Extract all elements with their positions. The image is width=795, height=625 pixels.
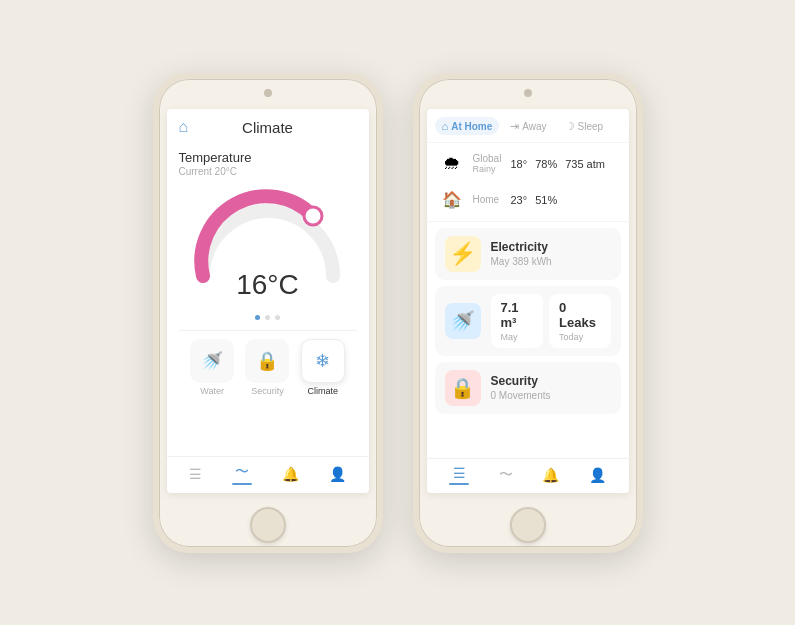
water-card-icon: 🚿 — [450, 309, 475, 333]
right-notifications-icon[interactable]: 🔔 — [542, 467, 559, 483]
away-mode-label: Away — [522, 121, 546, 132]
left-title: Climate — [242, 119, 293, 136]
global-weather-row: 🌧 Global Rainy 18° 78% 735 atm — [437, 149, 619, 179]
global-label: Global — [473, 153, 503, 164]
temp-sublabel: Current 20°C — [179, 166, 357, 177]
weather-section: 🌧 Global Rainy 18° 78% 735 atm — [427, 143, 629, 222]
home-button-right[interactable] — [510, 507, 546, 543]
home-mode-label: At Home — [451, 121, 492, 132]
security-icon: 🔒 — [256, 350, 278, 372]
right-nav-underline — [449, 483, 469, 485]
climate-icon-box: ❄ — [301, 339, 345, 383]
dot-3 — [275, 315, 280, 320]
left-nav-bar: ☰ 〜 🔔 👤 — [167, 456, 369, 493]
home-mode-icon: ⌂ — [442, 120, 449, 132]
right-nav-bar: ☰ 〜 🔔 👤 — [427, 458, 629, 493]
right-header: ⌂ At Home ⇥ Away ☽ Sleep — [427, 109, 629, 143]
home-weather-info: Home 23° 51% — [473, 194, 619, 206]
sub-card-volume: 7.1 m³ May — [491, 294, 544, 348]
left-header: ⌂ Climate — [167, 109, 369, 142]
right-profile-icon[interactable]: 👤 — [589, 467, 606, 483]
home-icon: ⌂ — [179, 118, 189, 136]
menu-icon[interactable]: ☰ — [189, 466, 202, 482]
nav-underline — [232, 483, 252, 485]
security-card-icon-box: 🔒 — [445, 370, 481, 406]
gauge-value: 16°C — [236, 269, 299, 301]
water-icon: 🚿 — [201, 350, 223, 372]
global-sublabel: Rainy — [473, 164, 503, 174]
security-card[interactable]: 🔒 Security 0 Movements — [435, 362, 621, 414]
phones-container: ⌂ Climate Temperature Current 20°C — [153, 73, 643, 553]
water-card-icon-box: 🚿 — [445, 303, 481, 339]
electricity-subtitle: May 389 kWh — [491, 256, 611, 267]
home-weather-row: 🏠 Home 23° 51% — [437, 185, 619, 215]
tab-security-label: Security — [251, 386, 284, 396]
right-menu-icon: ☰ — [453, 465, 466, 481]
activity-icon: 〜 — [235, 463, 249, 481]
water-sub-cards: 7.1 m³ May 0 Leaks Today — [491, 294, 611, 348]
home-label: Home — [473, 194, 503, 205]
electricity-card[interactable]: ⚡ Electricity May 389 kWh — [435, 228, 621, 280]
away-mode-icon: ⇥ — [510, 120, 519, 133]
right-phone: ⌂ At Home ⇥ Away ☽ Sleep 🌧 — [413, 73, 643, 553]
sleep-mode-label: Sleep — [578, 121, 604, 132]
left-phone: ⌂ Climate Temperature Current 20°C — [153, 73, 383, 553]
water-icon-box: 🚿 — [190, 339, 234, 383]
dots-indicator — [179, 315, 357, 320]
activity-nav[interactable]: 〜 — [232, 463, 252, 485]
notifications-icon[interactable]: 🔔 — [282, 466, 299, 482]
climate-icon: ❄ — [315, 350, 330, 372]
temp-label: Temperature — [179, 150, 357, 165]
global-humidity: 78% — [535, 158, 557, 170]
dot-1 — [255, 315, 260, 320]
global-pressure: 735 atm — [565, 158, 605, 170]
home-temp: 23° — [511, 194, 528, 206]
right-phone-screen: ⌂ At Home ⇥ Away ☽ Sleep 🌧 — [427, 109, 629, 493]
left-phone-screen: ⌂ Climate Temperature Current 20°C — [167, 109, 369, 493]
tab-security[interactable]: 🔒 Security — [240, 339, 295, 396]
sleep-mode-icon: ☽ — [565, 120, 575, 133]
tab-climate-label: Climate — [308, 386, 339, 396]
security-card-icon: 🔒 — [450, 376, 475, 400]
electricity-icon: ⚡ — [449, 241, 476, 267]
electricity-title: Electricity — [491, 240, 611, 254]
home-button-left[interactable] — [250, 507, 286, 543]
global-stats: 18° 78% 735 atm — [511, 158, 605, 170]
security-info: Security 0 Movements — [491, 374, 611, 401]
cards-section: ⚡ Electricity May 389 kWh 🚿 7.1 m³ — [427, 222, 629, 458]
gauge-container: 16°C — [179, 181, 357, 311]
global-weather-info: Global Rainy 18° 78% 735 atm — [473, 153, 619, 174]
electricity-info: Electricity May 389 kWh — [491, 240, 611, 267]
tab-climate[interactable]: ❄ Climate — [295, 339, 350, 396]
water-card[interactable]: 🚿 7.1 m³ May 0 Leaks Today — [435, 286, 621, 356]
climate-content: Temperature Current 20°C 16°C — [167, 142, 369, 456]
bottom-tabs: 🚿 Water 🔒 Security ❄ Clim — [179, 330, 357, 402]
security-title: Security — [491, 374, 611, 388]
dot-2 — [265, 315, 270, 320]
global-temp: 18° — [511, 158, 528, 170]
tab-water-label: Water — [200, 386, 224, 396]
svg-point-0 — [304, 207, 322, 225]
rain-icon: 🌧 — [437, 149, 467, 179]
security-subtitle: 0 Movements — [491, 390, 611, 401]
tab-water[interactable]: 🚿 Water — [185, 339, 240, 396]
volume-label: May — [501, 332, 534, 342]
profile-icon[interactable]: 👤 — [329, 466, 346, 482]
leaks-value: 0 Leaks — [559, 300, 600, 330]
electricity-icon-box: ⚡ — [445, 236, 481, 272]
mode-away[interactable]: ⇥ Away — [503, 117, 553, 136]
right-activity-icon[interactable]: 〜 — [499, 466, 513, 484]
security-icon-box: 🔒 — [245, 339, 289, 383]
leaks-label: Today — [559, 332, 600, 342]
right-menu-nav[interactable]: ☰ — [449, 465, 469, 485]
home-stats: 23° 51% — [511, 194, 558, 206]
mode-sleep[interactable]: ☽ Sleep — [558, 117, 611, 136]
home-humidity: 51% — [535, 194, 557, 206]
mode-at-home[interactable]: ⌂ At Home — [435, 117, 500, 135]
sub-card-leaks: 0 Leaks Today — [549, 294, 610, 348]
volume-value: 7.1 m³ — [501, 300, 534, 330]
home-weather-icon: 🏠 — [437, 185, 467, 215]
